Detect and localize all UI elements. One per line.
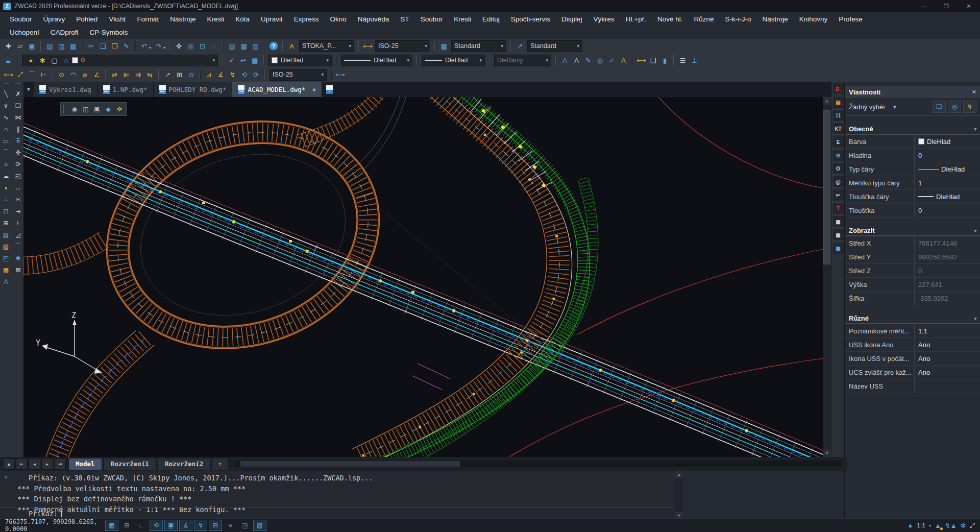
- dim-text-angle-icon[interactable]: ∡: [215, 69, 227, 80]
- design-center-icon[interactable]: ▦: [238, 40, 250, 52]
- section-header-obecn[interactable]: Obecně▾: [845, 124, 980, 135]
- toolbar-grip[interactable]: [63, 105, 66, 113]
- chevron-down-icon[interactable]: ▾: [974, 228, 976, 233]
- table-style-combo[interactable]: Standard▾: [451, 40, 506, 52]
- single-text-icon[interactable]: A: [571, 55, 582, 66]
- chamfer-icon[interactable]: ◿: [12, 229, 24, 240]
- settings-gear-icon[interactable]: ✻: [961, 522, 966, 529]
- cadprofi-table1-icon[interactable]: ▦: [832, 215, 844, 228]
- auto-annotation-icon[interactable]: ↯▲: [945, 522, 957, 529]
- wireframe-icon[interactable]: ◫: [81, 104, 91, 114]
- stretch-icon[interactable]: ↔: [12, 182, 24, 194]
- dim-aligned-icon[interactable]: ⤢: [14, 69, 26, 80]
- tool-palettes-icon[interactable]: ▥: [250, 40, 261, 52]
- text-style-combo[interactable]: STOKA_P...▾: [299, 40, 354, 52]
- plot-icon[interactable]: ▥: [56, 40, 67, 52]
- view-control-icon[interactable]: ◉: [69, 104, 80, 114]
- dim-style-control-combo[interactable]: ISO-25▾: [270, 69, 327, 81]
- dim-angular-icon[interactable]: ∠: [91, 69, 103, 80]
- menu-item-pohled[interactable]: Pohled: [70, 15, 103, 23]
- new-tab-button[interactable]: +: [322, 82, 337, 97]
- dim-style-combo[interactable]: ISO-25▾: [375, 40, 430, 52]
- dim-update-icon[interactable]: ⟲: [238, 69, 250, 80]
- tab-close-icon[interactable]: ✕: [312, 86, 316, 93]
- properties-palette-icon[interactable]: ▤: [226, 40, 238, 52]
- ellipse-icon[interactable]: ◗: [0, 182, 12, 194]
- cut-icon[interactable]: ✂: [85, 40, 97, 52]
- menu-item-displej[interactable]: Displej: [556, 15, 588, 23]
- snap-toggle[interactable]: ⊞: [120, 520, 133, 531]
- menu-item-edituj[interactable]: Edituj: [477, 15, 505, 23]
- property-value[interactable]: 1:1: [915, 324, 980, 337]
- erase-icon[interactable]: ✗: [12, 88, 24, 100]
- edit-text-icon[interactable]: ✎: [582, 55, 594, 66]
- menu-item-spo-ti-servis[interactable]: Spočti-servis: [505, 15, 556, 23]
- spell-check-icon[interactable]: ◎: [594, 55, 606, 66]
- chevron-down-icon[interactable]: ▾: [209, 58, 215, 63]
- new-file-icon[interactable]: ✚: [3, 40, 14, 52]
- annotation-scale-icon[interactable]: ▲: [907, 522, 913, 529]
- menu-item-n-stroje[interactable]: Nástroje: [164, 15, 201, 23]
- publish-icon[interactable]: ▦: [67, 40, 79, 52]
- section-header-r-zn[interactable]: Různé▾: [845, 313, 980, 324]
- menu-item-pravy[interactable]: Úpravy: [38, 15, 71, 23]
- add-layout-button[interactable]: +: [212, 458, 228, 470]
- menu-item-st[interactable]: ST: [395, 15, 414, 23]
- cadprofi-o-icon[interactable]: O: [832, 162, 844, 175]
- extend-icon[interactable]: ⇥: [12, 205, 24, 217]
- menu-item-kresli[interactable]: Kresli: [448, 15, 477, 23]
- chevron-down-icon[interactable]: ▾: [574, 43, 580, 49]
- circle-icon[interactable]: ○: [0, 158, 12, 170]
- dim-style-apply-icon[interactable]: ⟷: [334, 69, 346, 80]
- cadprofi-layers-icon[interactable]: ▤: [832, 96, 844, 108]
- line-icon[interactable]: ╲: [0, 88, 12, 100]
- menu-item-upravit[interactable]: Upravit: [255, 15, 288, 23]
- move-icon[interactable]: ✜: [12, 147, 24, 158]
- property-value[interactable]: DleHlad: [915, 190, 980, 203]
- ortho-toggle[interactable]: ∟: [135, 520, 148, 531]
- layout-tab-model[interactable]: Model: [68, 458, 102, 470]
- dynamic-ucs-toggle[interactable]: ↯: [194, 520, 207, 531]
- dim-diameter-icon[interactable]: ⌀: [79, 69, 91, 80]
- layer-control-combo[interactable]: ●✱▢∩0▾: [22, 55, 218, 66]
- chevron-down-icon[interactable]: ▾: [476, 58, 482, 63]
- menu-toggle[interactable]: ≡: [224, 520, 237, 531]
- scroll-up-icon[interactable]: ▲: [675, 471, 683, 478]
- chevron-down-icon[interactable]: ▾: [498, 43, 504, 49]
- shaded-view-icon[interactable]: ◆: [103, 104, 113, 114]
- layer-states-icon[interactable]: ▤: [249, 55, 261, 66]
- menu-item-n-stroje[interactable]: Nástroje: [756, 15, 793, 23]
- close-button-icon[interactable]: ✕: [958, 0, 980, 12]
- dim-jogged-icon[interactable]: ◠: [67, 69, 79, 80]
- grid-toggle[interactable]: ▦: [105, 520, 118, 531]
- menu-item-vlo-it[interactable]: Vložit: [103, 15, 131, 23]
- cadprofi-at-icon[interactable]: @: [832, 176, 844, 188]
- spline-icon[interactable]: ∿: [0, 111, 12, 123]
- mtext-icon[interactable]: A: [559, 55, 571, 66]
- mtext-icon[interactable]: A: [0, 276, 12, 287]
- table-icon[interactable]: ▦: [0, 264, 12, 276]
- command-window[interactable]: ✕ Příkaz: (v.30.0iw ZWCAD, (C) Skipy Jon…: [0, 471, 683, 519]
- trim-icon[interactable]: ✂: [12, 194, 24, 205]
- point-icon[interactable]: ∴: [0, 194, 12, 205]
- chevron-down-icon[interactable]: ▾: [346, 43, 352, 49]
- canvas-horizontal-scrollbar[interactable]: [235, 461, 842, 467]
- scale-icon[interactable]: ◱: [12, 170, 24, 182]
- chevron-down-icon[interactable]: ▾: [422, 43, 428, 49]
- dim-linear-icon[interactable]: ⟷: [635, 55, 647, 66]
- command-scrollbar[interactable]: ▲ ▼: [675, 471, 683, 519]
- layout-nav-0-icon[interactable]: ▲: [3, 458, 15, 470]
- text-align-icon[interactable]: ✓: [606, 55, 618, 66]
- polygon-icon[interactable]: ⌂: [0, 123, 12, 135]
- menu-item-r-zn[interactable]: Různé: [688, 15, 719, 23]
- menu-item-cp-symbols[interactable]: CP-Symbols: [84, 29, 134, 36]
- cadprofi-kt-icon[interactable]: KT: [832, 123, 844, 135]
- toggle-pickadd-icon[interactable]: ↯: [963, 101, 976, 113]
- center-mark-icon[interactable]: ⊙: [185, 69, 197, 80]
- mleader-style-combo[interactable]: Standard▾: [527, 40, 582, 52]
- cadprofi-t-icon[interactable]: T: [832, 202, 844, 214]
- help-icon[interactable]: ?: [270, 42, 278, 50]
- mleader-style-icon[interactable]: ↗: [514, 40, 526, 52]
- scrollbar-thumb[interactable]: [823, 110, 830, 264]
- make-block-icon[interactable]: ⊞: [0, 217, 12, 229]
